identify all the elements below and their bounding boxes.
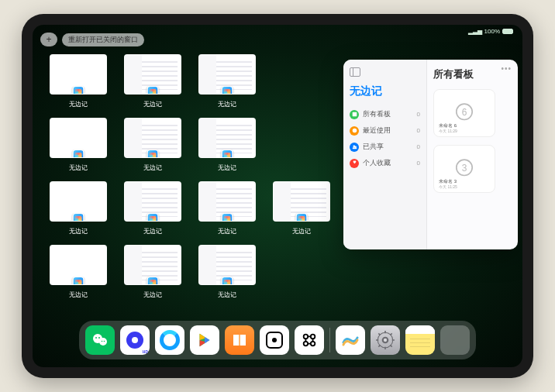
window-label: 无边记 <box>69 100 88 108</box>
signal-icon: ▂▃▅ <box>468 28 482 35</box>
sidebar-item[interactable]: 已共享0 <box>350 139 420 155</box>
window-thumbnail[interactable]: 无边记 <box>48 118 109 174</box>
window-label: 无边记 <box>143 100 162 108</box>
dock-scan-icon[interactable] <box>295 325 324 355</box>
window-grid: 无边记无边记无边记无边记无边记无边记无边记无边记无边记无边记无边记无边记无边记 <box>48 54 332 319</box>
window-thumbnail[interactable]: 无边记 <box>122 181 183 237</box>
dock-books-icon[interactable] <box>225 325 254 355</box>
svg-line-33 <box>378 333 380 335</box>
freeform-app-icon <box>73 277 84 285</box>
sidebar-item[interactable]: 个人收藏0 <box>350 155 420 171</box>
window-thumbnail[interactable]: 无边记 <box>48 245 109 301</box>
window-label: 无边记 <box>69 227 88 236</box>
window-thumbnail[interactable]: 无边记 <box>197 54 257 110</box>
dock-play-icon[interactable] <box>190 325 219 355</box>
window-preview <box>124 54 181 95</box>
freeform-app-icon <box>222 213 233 222</box>
window-thumbnail[interactable]: 无边记 <box>122 245 183 301</box>
dock-separator <box>329 328 330 352</box>
board-card-timestamp: 今天 11:25 <box>439 184 457 189</box>
board-card-title: 未命名 6今天 11:29 <box>439 123 457 133</box>
svg-rect-4 <box>352 147 357 149</box>
window-label: 无边记 <box>69 291 88 299</box>
sidebar-item-icon <box>350 159 359 168</box>
freeform-app-icon <box>222 86 233 95</box>
dock-settings-icon[interactable] <box>371 325 400 355</box>
window-thumbnail[interactable]: 无边记 <box>48 54 109 110</box>
freeform-app-icon <box>222 277 233 285</box>
sidebar-item-label: 所有看板 <box>363 109 391 119</box>
window-thumbnail[interactable]: 无边记 <box>122 54 183 110</box>
svg-point-38 <box>384 339 387 342</box>
sidebar-item-count: 0 <box>417 127 420 134</box>
freeform-main: 所有看板 6未命名 6今天 11:293未命名 3今天 11:25 <box>427 60 518 249</box>
freeform-sidebar: 无边记 所有看板0最近使用0已共享0个人收藏0 <box>343 60 427 249</box>
window-thumbnail[interactable]: 无边记 <box>122 118 183 174</box>
window-preview <box>50 118 107 158</box>
svg-text:6: 6 <box>462 107 467 118</box>
window-thumbnail[interactable]: 无边记 <box>197 245 257 301</box>
svg-point-23 <box>311 342 315 346</box>
dock-dice-icon[interactable] <box>260 325 289 355</box>
dock-notes-icon[interactable] <box>405 325 435 355</box>
dock-qqbrowser-icon[interactable] <box>155 325 184 355</box>
window-preview <box>198 245 256 285</box>
freeform-app-icon <box>73 213 84 222</box>
window-thumbnail[interactable]: 无边记 <box>197 118 257 174</box>
stage-manager-topbar: + 重新打开已关闭的窗口 <box>40 33 144 46</box>
sidebar-item-count: 0 <box>417 143 420 150</box>
sidebar-title: 无边记 <box>350 84 420 98</box>
window-preview <box>50 54 107 95</box>
window-preview <box>124 118 181 158</box>
svg-rect-0 <box>352 112 357 117</box>
main-title: 所有看板 <box>433 67 512 81</box>
sidebar-item-label: 已共享 <box>363 142 384 152</box>
window-thumbnail[interactable]: 无边记 <box>48 181 109 237</box>
sidebar-item-count: 0 <box>417 111 420 118</box>
window-label: 无边记 <box>143 227 162 236</box>
svg-line-35 <box>378 346 380 347</box>
svg-point-10 <box>99 338 107 346</box>
window-thumbnail[interactable]: 无边记 <box>197 181 257 237</box>
window-label: 无边记 <box>218 100 236 108</box>
board-card-timestamp: 今天 11:29 <box>439 129 457 133</box>
svg-line-34 <box>391 346 392 347</box>
svg-text:3: 3 <box>462 163 467 174</box>
freeform-app-icon <box>147 86 159 95</box>
new-window-button[interactable]: + <box>40 33 57 46</box>
freeform-app-icon <box>222 150 233 158</box>
freeform-app-icon <box>296 213 308 222</box>
board-card[interactable]: 6未命名 6今天 11:29 <box>433 89 495 137</box>
window-preview <box>124 245 181 285</box>
freeform-window[interactable]: ••• 无边记 所有看板0最近使用0已共享0个人收藏0 所有看板 6未命名 6今… <box>343 60 518 249</box>
board-card[interactable]: 3未命名 3今天 11:25 <box>433 145 495 193</box>
dock-wechat-icon[interactable] <box>85 325 115 355</box>
window-label: 无边记 <box>218 291 236 299</box>
svg-point-12 <box>98 337 100 339</box>
svg-point-2 <box>353 145 355 147</box>
svg-line-36 <box>391 333 392 335</box>
window-thumbnail[interactable]: 无边记 <box>271 181 332 237</box>
reopen-closed-window-button[interactable]: 重新打开已关闭的窗口 <box>62 33 144 46</box>
board-card-title: 未命名 3今天 11:25 <box>439 179 457 189</box>
sidebar-item[interactable]: 最近使用0 <box>350 122 420 139</box>
window-label: 无边记 <box>143 163 162 172</box>
sidebar-toggle-icon[interactable] <box>350 67 360 77</box>
svg-point-11 <box>95 337 97 339</box>
sidebar-item-count: 0 <box>417 160 420 167</box>
screen: ▂▃▅ 100% + 重新打开已关闭的窗口 无边记无边记无边记无边记无边记无边记… <box>33 25 522 367</box>
sidebar-item-label: 最近使用 <box>363 126 391 136</box>
dock-app-library-icon[interactable] <box>440 325 470 355</box>
dock-quark-icon[interactable]: HD <box>120 325 150 355</box>
dock-freeform-icon[interactable] <box>336 325 365 355</box>
dock: HD <box>79 321 476 359</box>
window-label: 无边记 <box>69 163 88 172</box>
sidebar-item-label: 个人收藏 <box>363 158 391 168</box>
sidebar-item-icon <box>350 143 359 152</box>
freeform-app-icon <box>73 150 84 158</box>
sidebar-item[interactable]: 所有看板0 <box>350 106 420 122</box>
window-menu-icon[interactable]: ••• <box>501 64 512 73</box>
window-label: 无边记 <box>292 227 311 236</box>
ipad-device: ▂▃▅ 100% + 重新打开已关闭的窗口 无边记无边记无边记无边记无边记无边记… <box>22 14 533 378</box>
freeform-app-icon <box>147 213 159 222</box>
